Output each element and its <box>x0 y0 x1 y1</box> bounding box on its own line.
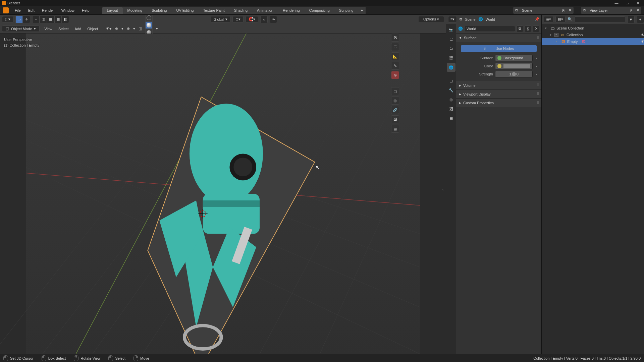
proportional-falloff-icon[interactable]: ∿ <box>270 16 277 23</box>
workspace-tab-rendering[interactable]: Rendering <box>278 7 305 14</box>
use-nodes-button[interactable]: ⎚ Use Nodes <box>461 45 537 52</box>
sidebar-collapse-icon[interactable]: ‹ <box>442 187 444 191</box>
workspace-tab-animation[interactable]: Animation <box>252 7 278 14</box>
pivot-dropdown[interactable]: ⊙▾ <box>232 16 244 22</box>
scene-name-input[interactable] <box>520 8 560 12</box>
visibility-eye-icon[interactable]: 👁 <box>641 40 644 44</box>
gizmo-toggle-icon[interactable]: ⊛ <box>115 26 118 31</box>
select-mode-2-icon[interactable]: ◫ <box>40 16 47 23</box>
shading-solid-icon[interactable] <box>145 21 153 29</box>
tool-texture-icon[interactable]: ▦ <box>391 125 399 133</box>
tool-constraints-icon[interactable]: 🔗 <box>391 106 399 114</box>
world-datablock-selector[interactable]: 🌐 ⧉ ⎘ ✕ <box>456 24 541 34</box>
editor-type-dropdown[interactable]: ⬚▾ <box>2 16 13 22</box>
visibility-eye-icon[interactable]: 👁 <box>641 33 644 37</box>
panel-grip-icon[interactable]: ⠿ <box>537 92 539 96</box>
scene-chip-label[interactable]: Scene <box>465 17 475 21</box>
blender-logo-icon[interactable] <box>3 7 9 13</box>
panel-custom-properties-header[interactable]: ▶ Custom Properties ⠿ <box>456 99 541 107</box>
window-close-button[interactable]: ✕ <box>634 1 642 5</box>
cursor-tool-icon[interactable]: ✛ <box>23 16 30 23</box>
overlay-toggle-icon[interactable]: ⊕ <box>127 26 130 31</box>
menu-render[interactable]: Render <box>41 8 55 13</box>
strength-value-field[interactable]: 1.000 <box>495 71 533 77</box>
menu-help[interactable]: Help <box>80 8 91 13</box>
snap-dropdown[interactable]: 🧲▾ <box>246 16 258 22</box>
color-value-field[interactable] <box>495 63 533 69</box>
tab-objectdata-icon[interactable]: 🖼 <box>447 105 455 113</box>
pin-icon[interactable]: 📌 <box>535 17 539 21</box>
tab-physics-icon[interactable]: ◎ <box>447 95 455 104</box>
tree-arrow-icon[interactable]: ▾ <box>545 26 548 30</box>
properties-editor-type[interactable]: ≡▾ <box>448 16 457 22</box>
tab-world-icon[interactable]: 🌐 <box>447 63 455 72</box>
viewlayer-name-input[interactable] <box>588 8 628 12</box>
world-chip-label[interactable]: World <box>486 17 495 21</box>
viewport-menu-view[interactable]: View <box>43 26 54 32</box>
gizmo-dropdown[interactable]: ▾ <box>121 26 123 31</box>
viewlayer-delete-button[interactable]: ✕ <box>634 8 641 12</box>
viewport-canvas[interactable]: User Perspective (1) Collection | Empty … <box>0 34 446 354</box>
tab-output-icon[interactable]: 🖵 <box>447 35 455 44</box>
tool-image-icon[interactable]: 🖼 <box>391 115 399 123</box>
shading-wireframe-icon[interactable] <box>145 14 153 21</box>
tool-options-icon[interactable]: 🛠 <box>391 34 399 42</box>
viewport-menu-select[interactable]: Select <box>57 26 70 32</box>
tool-modifier-icon[interactable]: ◎ <box>391 97 399 105</box>
workspace-tab-add[interactable]: + <box>358 7 366 14</box>
surface-link-dot[interactable]: • <box>535 56 538 60</box>
world-unlink-button[interactable]: ✕ <box>533 25 539 32</box>
panel-grip-icon[interactable]: ⠿ <box>537 83 539 87</box>
workspace-tab-sculpting[interactable]: Sculpting <box>147 7 171 14</box>
tab-texture-icon[interactable]: ▦ <box>447 114 455 123</box>
tab-object-icon[interactable]: ▢ <box>447 76 455 85</box>
world-browse-button[interactable]: ⧉ <box>517 25 523 32</box>
workspace-tab-compositing[interactable]: Compositing <box>305 7 334 14</box>
tool-annotation-icon[interactable]: ✎ <box>391 62 399 70</box>
workspace-tab-layout[interactable]: Layout <box>102 7 123 14</box>
color-link-dot[interactable]: • <box>535 64 538 68</box>
tree-row-empty[interactable]: ▸ 🖼 Empty 🖼 👁 <box>542 38 644 45</box>
outliner-editor-type[interactable]: ≣▾ <box>544 16 553 22</box>
menu-edit[interactable]: Edit <box>27 8 36 13</box>
panel-grip-icon[interactable]: ⠿ <box>537 101 539 105</box>
tree-row-scene-collection[interactable]: ▾ 🗃 Scene Collection <box>542 25 644 32</box>
panel-viewport-display-header[interactable]: ▶ Viewport Display ⠿ <box>456 90 541 98</box>
tab-viewlayer-icon[interactable]: 🗂 <box>447 44 455 53</box>
tab-modifier-icon[interactable]: 🔧 <box>447 86 455 95</box>
outliner-tree[interactable]: ▾ 🗃 Scene Collection ▾ ▭ Collection 👁 ▸ … <box>542 24 644 354</box>
options-dropdown[interactable]: Options ▾ <box>419 16 444 22</box>
outliner-display-mode[interactable]: ▤▾ <box>555 16 566 22</box>
visibility-dropdown[interactable]: 👁▾ <box>106 26 112 31</box>
tool-object-icon[interactable]: ▢ <box>391 87 399 95</box>
collection-checkbox[interactable] <box>554 33 558 37</box>
tool-world-icon[interactable]: ⊚ <box>391 71 399 79</box>
shading-dropdown[interactable]: ▾ <box>156 26 158 31</box>
workspace-tab-uv-editing[interactable]: UV Editing <box>171 7 198 14</box>
select-mode-3-icon[interactable]: ▦ <box>47 16 54 23</box>
outliner-filter-button[interactable]: ▼ <box>627 16 635 23</box>
panel-grip-icon[interactable]: ⠿ <box>537 36 539 40</box>
scene-delete-button[interactable]: ✕ <box>567 8 574 12</box>
select-mode-1-icon[interactable]: ▫ <box>32 16 40 23</box>
viewport-menu-object[interactable]: Object <box>86 26 99 32</box>
overlay-dropdown[interactable]: ▾ <box>133 26 135 31</box>
workspace-tab-texture-paint[interactable]: Texture Paint <box>198 7 229 14</box>
viewlayer-selector[interactable]: ⧉ ⎘ ✕ <box>581 7 641 14</box>
strength-link-dot[interactable]: • <box>535 72 538 76</box>
world-new-button[interactable]: ⎘ <box>525 25 531 32</box>
tab-render-icon[interactable]: 📷 <box>447 25 455 34</box>
workspace-tab-scripting[interactable]: Scripting <box>334 7 358 14</box>
viewlayer-new-button[interactable]: ⎘ <box>628 8 634 12</box>
select-tool-icon[interactable]: ▭ <box>15 16 23 23</box>
proportional-edit-icon[interactable]: ○ <box>260 16 268 23</box>
scene-selector[interactable]: ⧉ ⎘ ✕ <box>513 7 574 14</box>
menu-window[interactable]: Window <box>60 8 76 13</box>
menu-file[interactable]: File <box>13 8 22 13</box>
workspace-tab-modeling[interactable]: Modeling <box>123 7 147 14</box>
tab-scene-icon[interactable]: 🎬 <box>447 54 455 62</box>
tree-row-collection[interactable]: ▾ ▭ Collection 👁 <box>542 32 644 38</box>
window-minimize-button[interactable]: — <box>612 1 621 5</box>
tree-arrow-icon[interactable]: ▸ <box>556 40 559 43</box>
orientation-dropdown[interactable]: Global ▾ <box>211 16 231 22</box>
